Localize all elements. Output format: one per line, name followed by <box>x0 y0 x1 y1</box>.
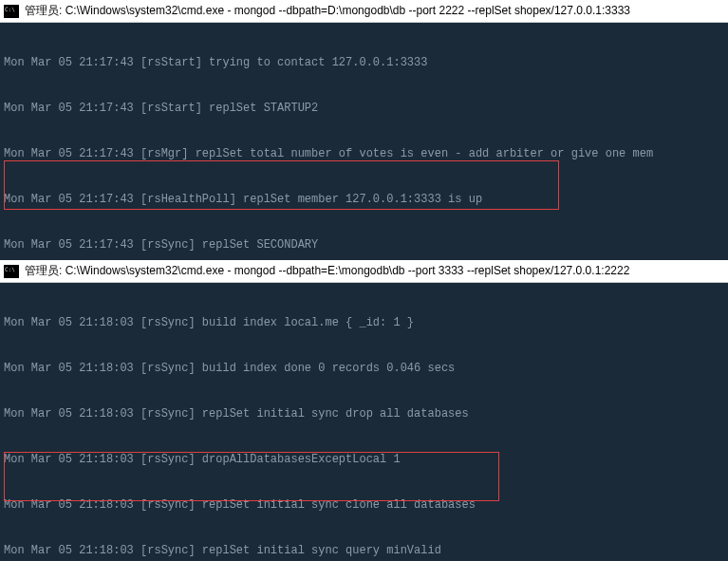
console-output-1[interactable]: Mon Mar 05 21:17:43 [rsStart] trying to … <box>0 23 728 260</box>
console-output-2[interactable]: Mon Mar 05 21:18:03 [rsSync] build index… <box>0 283 728 561</box>
log-line: Mon Mar 05 21:17:43 [rsHealthPoll] replS… <box>4 192 724 207</box>
window-title-1: 管理员: C:\Windows\system32\cmd.exe - mongo… <box>25 3 630 19</box>
log-line: Mon Mar 05 21:18:03 [rsSync] dropAllData… <box>4 452 724 467</box>
cmd-window-1: 管理员: C:\Windows\system32\cmd.exe - mongo… <box>0 0 728 260</box>
log-line: Mon Mar 05 21:17:43 [rsSync] replSet SEC… <box>4 237 724 252</box>
log-line: Mon Mar 05 21:18:03 [rsSync] replSet ini… <box>4 497 724 513</box>
log-line: Mon Mar 05 21:18:03 [rsSync] build index… <box>4 361 724 376</box>
log-line: Mon Mar 05 21:17:43 [rsStart] trying to … <box>4 55 724 70</box>
cmd-icon <box>4 5 19 18</box>
titlebar-1[interactable]: 管理员: C:\Windows\system32\cmd.exe - mongo… <box>0 0 728 23</box>
log-line: Mon Mar 05 21:17:43 [rsStart] replSet ST… <box>4 101 724 116</box>
log-line: Mon Mar 05 21:18:03 [rsSync] replSet ini… <box>4 406 724 421</box>
log-line: Mon Mar 05 21:17:43 [rsMgr] replSet tota… <box>4 146 724 161</box>
log-line: Mon Mar 05 21:18:03 [rsSync] replSet ini… <box>4 543 724 558</box>
log-line: Mon Mar 05 21:18:03 [rsSync] build index… <box>4 315 724 330</box>
window-title-2: 管理员: C:\Windows\system32\cmd.exe - mongo… <box>25 263 629 279</box>
titlebar-2[interactable]: 管理员: C:\Windows\system32\cmd.exe - mongo… <box>0 260 728 283</box>
cmd-window-2: 管理员: C:\Windows\system32\cmd.exe - mongo… <box>0 260 728 561</box>
cmd-icon <box>4 265 19 278</box>
